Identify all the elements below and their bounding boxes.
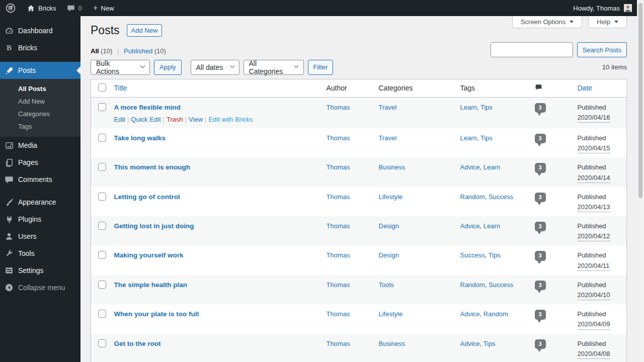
select-all-checkbox[interactable] xyxy=(98,83,106,92)
tag-link[interactable]: Tips xyxy=(480,134,493,142)
admin-bar-comments[interactable]: 0 xyxy=(61,0,87,16)
tag-link[interactable]: Learn xyxy=(484,163,500,171)
comment-count-bubble[interactable]: 3 xyxy=(535,222,546,231)
sidebar-item-add-new[interactable]: Add New xyxy=(0,95,80,108)
sidebar-item-users[interactable]: Users xyxy=(0,228,80,245)
author-link[interactable]: Thomas xyxy=(327,251,350,259)
tag-link[interactable]: Learn xyxy=(460,134,477,142)
category-link[interactable]: Design xyxy=(379,222,399,230)
sidebar-item-bricks[interactable]: B Bricks xyxy=(0,39,80,56)
row-checkbox[interactable] xyxy=(98,193,106,201)
category-link[interactable]: Business xyxy=(379,163,406,171)
filter-button[interactable]: Filter xyxy=(308,60,334,75)
post-title-link[interactable]: Getting lost in just doing xyxy=(114,222,194,230)
help-toggle[interactable]: Help xyxy=(588,16,627,28)
comment-count-bubble[interactable]: 3 xyxy=(535,193,546,202)
site-name-link[interactable]: Bricks xyxy=(21,0,61,16)
author-link[interactable]: Thomas xyxy=(327,222,350,230)
row-checkbox[interactable] xyxy=(98,251,106,259)
dates-filter-select[interactable]: All dates xyxy=(191,60,239,75)
bulk-actions-select[interactable]: Bulk Actions xyxy=(91,60,150,75)
post-title-link[interactable]: A more flexible mind xyxy=(114,104,181,111)
comment-count-bubble[interactable]: 3 xyxy=(535,134,546,143)
row-checkbox[interactable] xyxy=(98,163,106,171)
author-link[interactable]: Thomas xyxy=(327,134,350,142)
author-link[interactable]: Thomas xyxy=(327,104,350,111)
edit-with-bricks-link[interactable]: Edit with Bricks xyxy=(208,116,253,123)
tag-link[interactable]: Random xyxy=(484,310,508,318)
avatar[interactable] xyxy=(624,4,632,12)
author-link[interactable]: Thomas xyxy=(327,193,350,201)
tag-link[interactable]: Success xyxy=(489,281,513,289)
sidebar-item-plugins[interactable]: Plugins xyxy=(0,211,80,228)
row-checkbox[interactable] xyxy=(98,222,106,230)
category-link[interactable]: Travel xyxy=(379,104,397,111)
sidebar-item-tags[interactable]: Tags xyxy=(0,120,80,133)
category-link[interactable]: Lifestyle xyxy=(379,193,403,201)
post-title-link[interactable]: Making yourself work xyxy=(114,251,184,259)
comment-count-bubble[interactable]: 3 xyxy=(535,281,546,290)
tag-link[interactable]: Advice xyxy=(460,310,480,318)
apply-button[interactable]: Apply xyxy=(154,60,182,75)
author-link[interactable]: Thomas xyxy=(327,281,350,289)
author-link[interactable]: Thomas xyxy=(327,340,350,347)
comment-count-bubble[interactable]: 3 xyxy=(535,163,546,172)
search-posts-button[interactable]: Search Posts xyxy=(577,42,627,57)
wordpress-logo-menu[interactable] xyxy=(0,0,21,16)
tag-link[interactable]: Advice xyxy=(460,163,480,171)
search-input[interactable] xyxy=(491,42,573,57)
tag-link[interactable]: Tips xyxy=(480,104,493,111)
sidebar-item-all-posts[interactable]: All Posts xyxy=(0,82,80,95)
screen-options-toggle[interactable]: Screen Options xyxy=(512,16,583,28)
tag-link[interactable]: Random xyxy=(460,281,485,289)
quick-edit-link[interactable]: Quick Edit xyxy=(131,116,160,123)
sidebar-item-pages[interactable]: Pages xyxy=(0,154,80,171)
row-checkbox[interactable] xyxy=(98,281,106,289)
sidebar-item-dashboard[interactable]: Dashboard xyxy=(0,22,80,39)
row-checkbox[interactable] xyxy=(98,339,106,347)
author-link[interactable]: Thomas xyxy=(327,310,350,318)
sidebar-item-comments[interactable]: Comments xyxy=(0,171,80,188)
tag-link[interactable]: Success xyxy=(460,251,485,259)
category-link[interactable]: Tools xyxy=(379,281,394,289)
row-checkbox[interactable] xyxy=(98,134,106,142)
tag-link[interactable]: Learn xyxy=(484,222,500,230)
post-title-link[interactable]: The simple health plan xyxy=(114,281,188,289)
add-new-button[interactable]: Add New xyxy=(127,24,163,37)
post-title-link[interactable]: Letting go of control xyxy=(114,193,180,201)
sidebar-item-media[interactable]: Media xyxy=(0,137,80,154)
tag-link[interactable]: Success xyxy=(489,193,513,201)
comment-count-bubble[interactable]: 3 xyxy=(535,251,546,260)
tag-link[interactable]: Advice xyxy=(460,340,480,347)
tag-link[interactable]: Tips xyxy=(484,340,496,347)
category-link[interactable]: Business xyxy=(379,340,406,347)
scrollbar[interactable] xyxy=(637,0,644,362)
view-published-link[interactable]: Published xyxy=(124,47,152,55)
sort-title-header[interactable]: Title xyxy=(114,84,127,92)
scrollbar-thumb[interactable] xyxy=(638,3,642,198)
row-checkbox[interactable] xyxy=(98,103,106,111)
category-link[interactable]: Travel xyxy=(379,134,397,142)
sort-date-header[interactable]: Date xyxy=(578,84,593,92)
sidebar-item-posts[interactable]: Posts xyxy=(0,62,80,79)
trash-link[interactable]: Trash xyxy=(167,116,183,123)
howdy-account-link[interactable]: Howdy, Thomas xyxy=(573,5,620,12)
comment-count-bubble[interactable]: 3 xyxy=(535,339,546,349)
tag-link[interactable]: Advice xyxy=(460,222,480,230)
sidebar-item-tools[interactable]: Tools xyxy=(0,245,80,262)
edit-link[interactable]: Edit xyxy=(114,116,125,123)
post-title-link[interactable]: Take long walks xyxy=(114,134,166,142)
post-title-link[interactable]: Get to the root xyxy=(114,340,161,347)
author-link[interactable]: Thomas xyxy=(327,163,350,171)
collapse-menu-button[interactable]: Collapse menu xyxy=(0,279,80,296)
comment-count-bubble[interactable]: 3 xyxy=(535,103,546,113)
row-checkbox[interactable] xyxy=(98,310,106,318)
sidebar-item-settings[interactable]: Settings xyxy=(0,262,80,279)
tag-link[interactable]: Random xyxy=(460,193,485,201)
new-content-menu[interactable]: + New xyxy=(88,0,120,16)
tag-link[interactable]: Learn xyxy=(460,104,477,111)
sidebar-item-appearance[interactable]: Appearance xyxy=(0,194,80,211)
category-link[interactable]: Design xyxy=(379,251,399,259)
comment-count-bubble[interactable]: 3 xyxy=(535,310,546,319)
view-link[interactable]: View xyxy=(189,116,203,123)
